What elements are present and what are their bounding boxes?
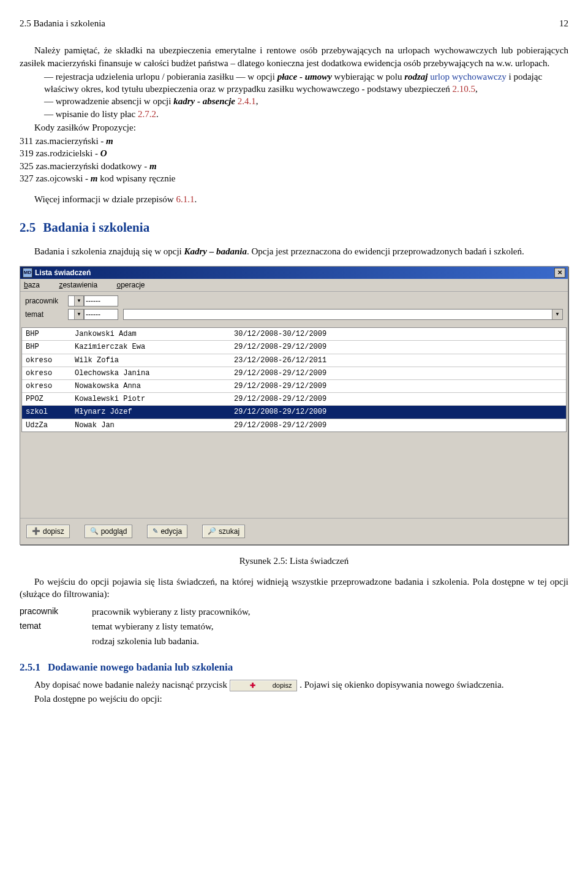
edycja-icon: ✎ bbox=[153, 527, 158, 536]
col-dates: 29/12/2008-29/12/2009 bbox=[234, 420, 562, 430]
filter-temat-combo[interactable]: ▼ bbox=[68, 309, 84, 320]
szukaj-icon: 🔎 bbox=[208, 527, 216, 536]
col-dates: 29/12/2008-29/12/2009 bbox=[234, 368, 562, 378]
filter-pracownik-value[interactable]: ------ bbox=[84, 295, 118, 306]
bullet-3: wpisanie do listy płac 2.7.2. bbox=[44, 108, 568, 120]
col-type: BHP bbox=[26, 329, 75, 339]
menu-item-zestawienia[interactable]: zestawienia bbox=[59, 281, 106, 289]
chevron-down-icon: ▼ bbox=[74, 310, 83, 319]
app-icon: MD bbox=[23, 268, 32, 278]
bullet-1: rejestracja udzielenia urlopu / pobieran… bbox=[44, 70, 568, 96]
edycja-button[interactable]: ✎edycja bbox=[147, 525, 187, 538]
bullet-2: wprowadzenie absencji w opcji kadry - ab… bbox=[44, 95, 568, 107]
chevron-down-icon: ▼ bbox=[74, 296, 83, 306]
sec251-paragraph-1: Aby dopisać nowe badanie należy nacisnąć… bbox=[20, 679, 568, 691]
kody-item: 319 zas.rodzicielski - O bbox=[20, 147, 568, 159]
def-row: rodzaj szkolenia lub badania. bbox=[20, 634, 255, 648]
filter-pracownik-label: pracownik bbox=[25, 296, 68, 306]
col-type: UdzZa bbox=[26, 420, 75, 430]
dopisz-button[interactable]: ➕dopisz bbox=[26, 525, 70, 538]
def-row: temattemat wybierany z listy tematów, bbox=[20, 619, 255, 634]
kody-item: 327 zas.ojcowski - m kod wpisany ręcznie bbox=[20, 172, 568, 184]
table-row[interactable]: szkolMłynarz Józef29/12/2008-29/12/2009 bbox=[22, 405, 566, 418]
col-type: okreso bbox=[26, 355, 75, 365]
section-2-5-1-heading: 2.5.1Dodawanie nowego badania lub szkole… bbox=[20, 661, 568, 675]
kody-item: 325 zas.macierzyński dodatkowy - m bbox=[20, 160, 568, 172]
table-row[interactable]: okresoOlechowska Janina29/12/2008-29/12/… bbox=[22, 367, 566, 379]
dopisz-inline-button[interactable]: ✚dopisz bbox=[230, 680, 298, 691]
col-dates: 30/12/2008-30/12/2009 bbox=[234, 329, 562, 339]
list-blank-space bbox=[20, 432, 568, 518]
after-figure-paragraph: Po wejściu do opcji pojawia się lista św… bbox=[20, 576, 568, 601]
col-type: okreso bbox=[26, 381, 75, 391]
bullet-list: rejestracja udzielenia urlopu / pobieran… bbox=[20, 70, 568, 120]
col-type: okreso bbox=[26, 368, 75, 378]
table-row[interactable]: PPOZKowalewski Piotr29/12/2008-29/12/200… bbox=[22, 392, 566, 405]
col-name: Nowak Jan bbox=[75, 420, 234, 430]
window-title: Lista świadczeń bbox=[35, 268, 91, 278]
filter-area: pracownik ▼ ------ temat ▼ ------ ▼ bbox=[20, 292, 568, 327]
col-name: Młynarz Józef bbox=[75, 407, 234, 417]
filter-pracownik-combo[interactable]: ▼ bbox=[68, 295, 84, 306]
col-dates: 29/12/2008-29/12/2009 bbox=[234, 342, 562, 352]
menu-item-operacje[interactable]: operacje bbox=[116, 281, 153, 289]
close-icon[interactable]: ✕ bbox=[554, 268, 565, 278]
col-name: Jankowski Adam bbox=[75, 329, 234, 339]
filter-temat-label: temat bbox=[25, 310, 68, 319]
list-area: BHPJankowski Adam30/12/2008-30/12/2009BH… bbox=[21, 327, 567, 432]
filter-temat-value[interactable]: ------ bbox=[84, 309, 118, 320]
table-row[interactable]: BHPJankowski Adam30/12/2008-30/12/2009 bbox=[22, 328, 566, 340]
dopisz-icon: ➕ bbox=[32, 527, 40, 536]
header-left: 2.5 Badania i szkolenia bbox=[20, 17, 105, 29]
button-bar: ➕dopisz🔍podgląd✎edycja🔎szukaj bbox=[20, 518, 568, 544]
sec251-paragraph-2: Pola dostępne po wejściu do opcji: bbox=[20, 693, 568, 705]
app-window: MD Lista świadczeń ✕ baza zestawienia op… bbox=[20, 266, 568, 545]
title-bar: MD Lista świadczeń ✕ bbox=[20, 267, 568, 279]
more-info: Więcej informacji w dziale przepisów 6.1… bbox=[20, 193, 568, 205]
menu-item-baza[interactable]: baza bbox=[24, 281, 48, 289]
table-row[interactable]: UdzZaNowak Jan29/12/2008-29/12/2009 bbox=[22, 419, 566, 431]
szukaj-button[interactable]: 🔎szukaj bbox=[202, 525, 245, 538]
menu-bar: baza zestawienia operacje bbox=[20, 279, 568, 292]
col-dates: 29/12/2008-29/12/2009 bbox=[234, 381, 562, 391]
col-name: Kazimierczak Ewa bbox=[75, 342, 234, 352]
table-row[interactable]: okresoNowakowska Anna29/12/2008-29/12/20… bbox=[22, 379, 566, 392]
col-dates: 29/12/2008-29/12/2009 bbox=[234, 394, 562, 404]
podgląd-button[interactable]: 🔍podgląd bbox=[85, 525, 133, 538]
col-name: Wilk Zofia bbox=[75, 355, 234, 365]
running-header: 2.5 Badania i szkolenia 12 bbox=[20, 17, 568, 29]
col-dates: 23/12/2008-26/12/2011 bbox=[234, 355, 562, 365]
definition-table: pracownikpracownik wybierany z listy pra… bbox=[20, 604, 255, 649]
kody-item: 311 zas.macierzyński - m bbox=[20, 135, 568, 147]
podgląd-icon: 🔍 bbox=[90, 527, 99, 536]
col-type: PPOZ bbox=[26, 394, 75, 404]
figure-caption: Rysunek 2.5: Lista świadczeń bbox=[20, 555, 568, 567]
def-row: pracownikpracownik wybierany z listy pra… bbox=[20, 604, 255, 619]
col-name: Nowakowska Anna bbox=[75, 381, 234, 391]
intro-paragraph: Należy pamiętać, że składki na ubezpiecz… bbox=[20, 44, 568, 69]
section-2-5-intro: Badania i szkolenia znajdują się w opcji… bbox=[20, 245, 568, 257]
col-name: Kowalewski Piotr bbox=[75, 394, 234, 404]
col-type: szkol bbox=[26, 407, 75, 417]
header-page: 12 bbox=[559, 17, 568, 29]
filter-extra-combo[interactable]: ▼ bbox=[123, 309, 563, 320]
col-type: BHP bbox=[26, 342, 75, 352]
kody-header: Kody zasiłków Propozycje: bbox=[20, 121, 568, 134]
kody-list: 311 zas.macierzyński - m 319 zas.rodzici… bbox=[20, 135, 568, 184]
section-2-5-heading: 2.5Badania i szkolenia bbox=[20, 219, 568, 236]
col-name: Olechowska Janina bbox=[75, 368, 234, 378]
plus-icon: ✚ bbox=[235, 681, 255, 690]
table-row[interactable]: BHPKazimierczak Ewa29/12/2008-29/12/2009 bbox=[22, 340, 566, 353]
chevron-down-icon: ▼ bbox=[552, 310, 562, 319]
table-row[interactable]: okresoWilk Zofia23/12/2008-26/12/2011 bbox=[22, 354, 566, 367]
col-dates: 29/12/2008-29/12/2009 bbox=[234, 407, 562, 417]
